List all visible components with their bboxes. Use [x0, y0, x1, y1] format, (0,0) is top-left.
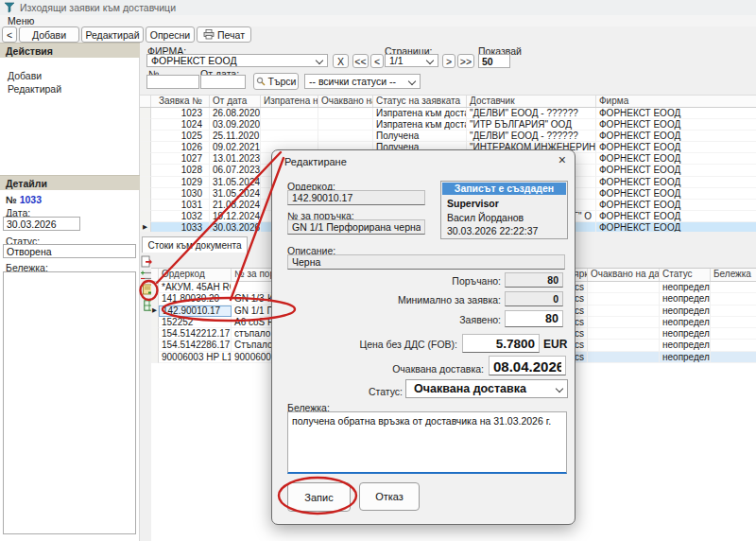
cell-company[interactable]: ФОРНЕКСТ ЕООД [596, 108, 756, 119]
cell-supplier[interactable]: "ДЕЛВИ" ЕООД - ?????? [467, 131, 596, 142]
cell-date[interactable]: 06.07.2023 [210, 165, 261, 176]
cell-company[interactable]: ФОРНЕКСТ ЕООД [596, 142, 756, 153]
cell-company[interactable]: ФОРНЕКСТ ЕООД [596, 153, 756, 165]
cell-company[interactable]: ФОРНЕКСТ ЕООД [596, 119, 756, 131]
cell-note[interactable] [711, 340, 756, 351]
cell-date[interactable]: 03.09.2020 [210, 119, 261, 131]
cell-status[interactable]: Получена [373, 131, 467, 142]
detail-note-field[interactable] [3, 271, 136, 534]
cell-ordercode[interactable]: 154.5142286.17 [159, 340, 232, 351]
expected-delivery-field[interactable] [489, 356, 566, 375]
pages-combo[interactable]: 1/1 [385, 54, 438, 67]
sidebar-action-add[interactable]: Добави [8, 70, 42, 81]
export-items-button[interactable] [140, 254, 154, 268]
cell-expected[interactable] [318, 119, 373, 131]
dialog-close-button[interactable]: × [558, 153, 566, 166]
tab-items[interactable]: Стоки към документа [142, 236, 248, 253]
cell-ordercode[interactable]: *АКУМ. 45АН ROMBA [159, 282, 232, 293]
cell-expected[interactable] [318, 131, 373, 142]
cell-ordercode[interactable]: 152252 [159, 317, 232, 328]
cell-date[interactable]: 26.08.2020 [210, 108, 261, 119]
cell-num[interactable]: 1023 [151, 108, 210, 119]
cell-num[interactable]: 1032 [151, 211, 210, 222]
cell-company[interactable]: ФОРНЕКСТ ЕООД [596, 188, 756, 200]
next-page-button[interactable]: > [442, 54, 455, 68]
cell-ordercode[interactable]: 90006003 HP L1950 [159, 352, 232, 363]
first-page-button[interactable]: << [352, 54, 369, 68]
cell-expected[interactable] [588, 328, 660, 340]
cell-company[interactable]: ФОРНЕКСТ ЕООД [596, 177, 756, 188]
cell-company[interactable]: ФОРНЕКСТ ЕООД [596, 211, 756, 222]
cell-expected[interactable] [318, 108, 373, 119]
cell-num[interactable]: 1028 [151, 165, 210, 176]
cell-status[interactable]: неопределен [660, 352, 711, 363]
cell-status[interactable]: неопределен [660, 282, 711, 293]
cell-date[interactable]: 09.02.2021 [210, 142, 261, 153]
status-filter-combo[interactable]: -- всички статуси -- [304, 74, 421, 89]
cell-date[interactable]: 25.11.2020 [210, 131, 261, 142]
cell-num[interactable]: 1027 [151, 153, 210, 165]
cell-status[interactable]: Изпратена към доставчика [373, 119, 467, 131]
cell-company[interactable]: ФОРНЕКСТ ЕООД [596, 200, 756, 211]
cancel-button[interactable]: Отказ [359, 482, 420, 511]
cell-expected[interactable] [588, 293, 660, 305]
last-page-button[interactable]: >> [457, 54, 474, 68]
company-combo[interactable]: ФОРНЕКСТ ЕООД [146, 54, 328, 67]
cell-num[interactable]: 1031 [151, 200, 210, 211]
cell-expected[interactable] [588, 352, 660, 363]
detail-date-field[interactable] [3, 217, 80, 231]
cell-sent[interactable] [261, 119, 318, 131]
ordercode-field[interactable] [287, 190, 425, 205]
cell-note[interactable] [711, 305, 756, 317]
cell-date[interactable]: 31.05.2024 [210, 188, 261, 200]
search-button[interactable]: Търси [253, 73, 299, 90]
back-button[interactable]: < [2, 26, 17, 43]
request-row-1024[interactable]: 102403.09.2020Изпратена към доставчика"И… [140, 119, 756, 131]
detail-status-field[interactable] [3, 244, 136, 258]
request-row-1023[interactable]: 102326.08.2020Изпратена към доставчика"Д… [140, 108, 756, 119]
cell-ordercode[interactable]: 142.90010.17 [159, 305, 232, 317]
cell-note[interactable] [711, 328, 756, 340]
min-field[interactable] [505, 291, 563, 306]
cell-status[interactable]: неопределен [660, 293, 711, 305]
cell-ordercode[interactable]: 141.80030.20 [159, 293, 232, 305]
price-field[interactable] [462, 334, 540, 353]
cell-status[interactable]: неопределен [660, 340, 711, 351]
requested-field[interactable] [505, 310, 563, 327]
note-field[interactable] [287, 411, 567, 474]
cell-expected[interactable] [588, 317, 660, 328]
clear-company-button[interactable]: X [333, 54, 349, 68]
prev-page-button[interactable]: < [370, 54, 384, 68]
cell-date[interactable]: 19.12.2024 [210, 211, 261, 222]
cell-note[interactable] [711, 282, 756, 293]
number-filter-input[interactable] [146, 75, 199, 89]
cell-date[interactable]: 31.05.2024 [210, 177, 261, 188]
cell-supplier[interactable]: "ИТР БЪЛГАРИЯ" ООД [467, 119, 596, 131]
cell-supplier[interactable]: "ДЕЛВИ" ЕООД - ?????? [467, 108, 596, 119]
cell-num[interactable]: 1025 [151, 131, 210, 142]
cell-date[interactable]: 21.08.2024 [210, 200, 261, 211]
cell-num[interactable]: 1029 [151, 177, 210, 188]
sidebar-action-edit[interactable]: Редактирай [8, 83, 61, 95]
cell-note[interactable] [711, 293, 756, 305]
cell-expected[interactable] [588, 305, 660, 317]
cell-company[interactable]: ФОРНЕКСТ ЕООД [596, 131, 756, 142]
cell-expected[interactable] [588, 340, 660, 351]
cell-note[interactable] [711, 317, 756, 328]
status-combo[interactable]: Очаквана доставка [405, 379, 568, 398]
edit-button[interactable]: Редактирай [81, 26, 144, 43]
cell-status[interactable]: неопределен [660, 317, 711, 328]
save-button[interactable]: Запис [287, 482, 351, 512]
cell-expected[interactable] [588, 282, 660, 293]
cell-note[interactable] [711, 352, 756, 363]
add-button[interactable]: Добави [19, 26, 79, 43]
refresh-button[interactable]: Опресни [146, 26, 195, 43]
menu-item[interactable]: Меню [8, 15, 34, 26]
cell-company[interactable]: ФОРНЕКСТ ЕООД [596, 165, 756, 176]
cell-num[interactable]: 1024 [151, 119, 210, 131]
cell-status[interactable]: неопределен [660, 328, 711, 340]
show-count-input[interactable] [478, 54, 510, 68]
cell-status[interactable]: Изпратена към доставчика [373, 108, 467, 119]
cell-date[interactable]: 13.01.2023 [210, 153, 261, 165]
ordered-field[interactable] [505, 272, 563, 288]
